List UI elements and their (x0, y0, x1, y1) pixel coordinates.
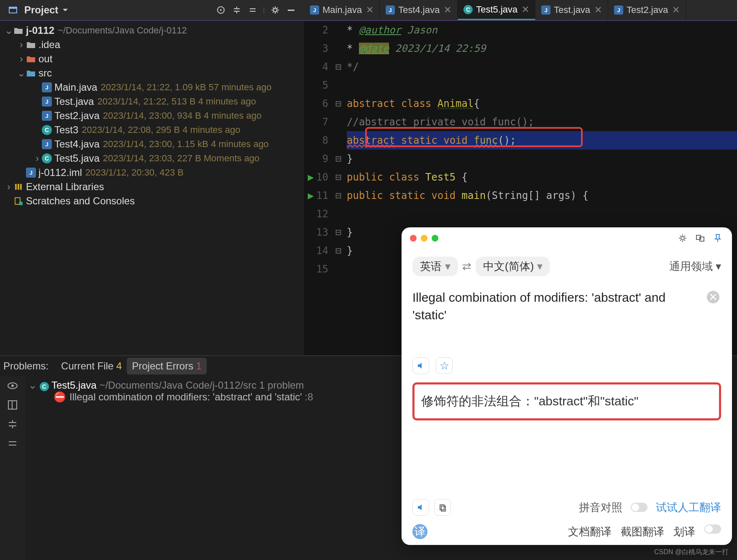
project-icon (8, 5, 18, 15)
project-tree[interactable]: ⌄j-0112~/Documents/Java Code/j-0112 ›.id… (0, 21, 304, 355)
highlight-annotation-box (365, 127, 583, 147)
java-file-icon: J (541, 5, 550, 15)
editor-tab[interactable]: JTest2.java✕ (608, 0, 686, 20)
scribe-translate-link[interactable]: 划译 (673, 524, 695, 539)
domain-select[interactable]: 通用领域 ▾ (669, 259, 721, 274)
src-file[interactable]: JMain.java2023/1/14, 21:22, 1.09 kB 57 m… (0, 80, 304, 94)
min-dot[interactable] (421, 235, 427, 242)
close-tab-icon[interactable]: ✕ (522, 4, 529, 15)
swap-icon[interactable]: ⇄ (462, 260, 471, 273)
doc-translate-link[interactable]: 文档翻译 (568, 524, 612, 539)
folder-out[interactable]: ›out (0, 52, 304, 66)
code-line[interactable] (347, 205, 737, 223)
problems-side-toolbar (0, 376, 25, 560)
java-file-icon: J (42, 97, 52, 107)
project-title: Project (24, 4, 58, 16)
code-line[interactable]: public static void main(String[] args) { (347, 186, 737, 205)
error-icon: ⛔ (54, 391, 66, 402)
human-translate-link[interactable]: 试试人工翻译 (656, 500, 721, 515)
layout-icon[interactable] (7, 400, 18, 410)
class-file-icon: C (40, 382, 49, 391)
src-file[interactable]: JTest2.java2023/1/14, 23:00, 934 B 4 min… (0, 109, 304, 123)
scratches-consoles[interactable]: Scratches and Consoles (0, 194, 304, 208)
collapse-all-icon[interactable] (248, 5, 257, 15)
max-dot[interactable] (432, 235, 438, 242)
gutter[interactable]: 23456789▶10▶1112131415 (304, 21, 333, 355)
src-file[interactable]: ›CTest5.java2023/1/14, 23:03, 227 B Mome… (0, 151, 304, 165)
code-line[interactable]: * @author Jason (347, 21, 737, 39)
java-file-icon: J (386, 5, 395, 15)
svg-rect-19 (441, 506, 445, 511)
svg-point-10 (19, 201, 23, 205)
scratches-icon (13, 196, 23, 206)
speak-source-icon[interactable] (412, 357, 429, 374)
src-file[interactable]: JTest4.java2023/1/14, 23:00, 1.15 kB 4 m… (0, 137, 304, 151)
tab-project-errors[interactable]: Project Errors 1 (127, 358, 207, 374)
source-text[interactable]: Illegal combination of modifiers: 'abstr… (412, 289, 721, 324)
translation-text[interactable]: 修饰符的非法组合："abstract"和"static" (421, 394, 638, 408)
speak-target-icon[interactable] (412, 499, 429, 516)
svg-rect-8 (20, 184, 22, 190)
tab-current-file[interactable]: Current File 4 (56, 358, 127, 374)
code-line[interactable]: } (347, 150, 737, 168)
folder-src[interactable]: ⌄src (0, 66, 304, 80)
code-line[interactable]: abstract class Animal{ (347, 94, 737, 113)
favorite-icon[interactable]: ☆ (436, 357, 453, 374)
pinyin-toggle-label: 拼音对照 (579, 500, 622, 515)
close-tab-icon[interactable]: ✕ (444, 5, 451, 15)
src-file[interactable]: CTest32023/1/14, 22:08, 295 B 4 minutes … (0, 123, 304, 137)
expand-icon[interactable] (7, 419, 18, 430)
source-lang[interactable]: 英语 ▾ (412, 257, 458, 276)
project-tool-window: Project | ⌄j-0112~/Documents/Java Code/j… (0, 0, 304, 355)
root-path: ~/Documents/Java Code/j-0112 (58, 25, 187, 36)
root-name: j-0112 (26, 25, 54, 36)
screenshot-translate-link[interactable]: 截图翻译 (621, 524, 664, 539)
gear-icon[interactable] (271, 5, 280, 15)
pinyin-toggle[interactable] (631, 503, 647, 512)
external-libraries[interactable]: ›External Libraries (0, 180, 304, 194)
svg-rect-18 (440, 505, 444, 510)
clear-icon[interactable]: ✕ (707, 291, 719, 303)
pin-icon[interactable] (713, 233, 723, 243)
target-lang[interactable]: 中文(简体) ▾ (476, 257, 550, 276)
minimize-icon[interactable] (287, 5, 296, 15)
code-line[interactable]: * @date 2023/1/14 22:59 (347, 39, 737, 58)
iml-file-icon: J (26, 168, 36, 178)
expand-all-icon[interactable] (232, 5, 241, 15)
editor-tab[interactable]: JTest4.java✕ (380, 0, 458, 20)
code-line[interactable] (347, 76, 737, 94)
folder-idea[interactable]: ›.idea (0, 38, 304, 52)
scribe-toggle[interactable] (704, 524, 721, 534)
iml-file[interactable]: Jj-0112.iml2023/1/12, 20:30, 423 B (0, 165, 304, 180)
watermark: CSDN @白桃乌龙来一打 (654, 548, 729, 557)
problems-label: Problems: (3, 360, 49, 372)
class-file-icon: C (42, 125, 52, 135)
problem-count: 1 problem (259, 379, 304, 391)
window-mode-icon[interactable] (695, 233, 705, 243)
language-row: 英语 ▾ ⇄ 中文(简体) ▾ 通用领域 ▾ (412, 257, 721, 276)
code-line[interactable]: public class Test5 { (347, 168, 737, 186)
svg-point-12 (11, 384, 14, 387)
src-file[interactable]: JTest.java2023/1/14, 21:22, 513 B 4 minu… (0, 94, 304, 109)
editor-tab[interactable]: CTest5.java✕ (458, 0, 535, 20)
collapse-icon[interactable] (7, 438, 18, 449)
translation-result-box: 修饰符的非法组合："abstract"和"static" (412, 382, 721, 420)
translator-popup: 英语 ▾ ⇄ 中文(简体) ▾ 通用领域 ▾ Illegal combinati… (402, 227, 732, 545)
close-tab-icon[interactable]: ✕ (672, 5, 680, 15)
close-tab-icon[interactable]: ✕ (594, 5, 602, 15)
close-dot[interactable] (410, 235, 417, 242)
editor-tab[interactable]: JMain.java✕ (304, 0, 380, 20)
translator-badge-icon[interactable]: 译 (412, 524, 427, 539)
dropdown-icon[interactable] (61, 6, 69, 14)
copy-icon[interactable] (434, 499, 451, 516)
fold-column[interactable]: ⊟⊟⊟⊟⊟⊟⊟ (333, 21, 343, 355)
svg-point-15 (681, 237, 684, 240)
eye-icon[interactable] (7, 380, 18, 391)
code-line[interactable]: */ (347, 58, 737, 76)
svg-point-3 (220, 9, 222, 11)
project-root[interactable]: ⌄j-0112~/Documents/Java Code/j-0112 (0, 23, 304, 38)
editor-tab[interactable]: JTest.java✕ (535, 0, 608, 20)
close-tab-icon[interactable]: ✕ (366, 5, 374, 15)
target-icon[interactable] (216, 5, 225, 15)
settings-icon[interactable] (678, 233, 688, 243)
